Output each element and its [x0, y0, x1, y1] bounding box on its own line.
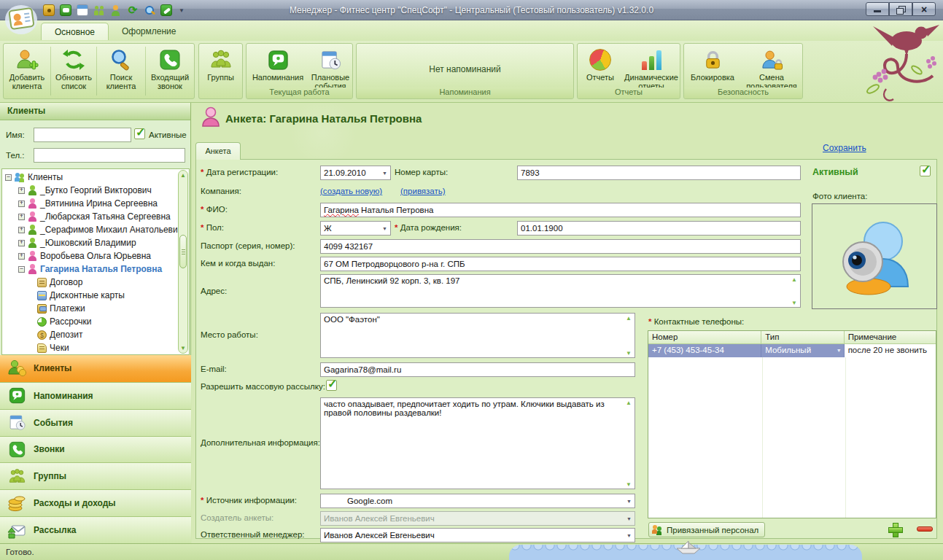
- mass-mailing-checkbox[interactable]: [326, 380, 337, 391]
- scroll-up-icon[interactable]: ▲: [790, 276, 799, 283]
- expand-icon[interactable]: [18, 227, 25, 233]
- phone-note-cell[interactable]: после 20 не звонить: [845, 344, 936, 357]
- phone-number-cell[interactable]: +7 (453) 453-45-34: [648, 344, 761, 357]
- tree-scrollbar[interactable]: ▲ ▼: [178, 170, 188, 354]
- email-input[interactable]: [320, 362, 635, 377]
- phone-type-cell[interactable]: Мобильный▼: [761, 344, 844, 357]
- reg-date-combo[interactable]: 21.09.2010: [320, 166, 391, 180]
- reminders-icon: [267, 47, 290, 72]
- ribbon-group-clients: Добавить клиента Обновить список: [3, 43, 195, 99]
- tree-subitem-payments[interactable]: Платежи: [5, 302, 177, 315]
- company-create-link[interactable]: (создать новую): [320, 187, 382, 195]
- tab-main[interactable]: Основное: [41, 23, 109, 40]
- webcam-person-icon: [831, 217, 918, 297]
- company-attach-link[interactable]: (привязать): [400, 187, 446, 195]
- refresh-list-button[interactable]: Обновить список: [51, 44, 96, 98]
- creator-label: Создатель анкеты:: [201, 513, 273, 522]
- status-bar: Готово.: [0, 543, 943, 560]
- tree-client[interactable]: _Вятинина Ирина Сергеевна: [5, 197, 177, 210]
- expand-icon[interactable]: [18, 240, 25, 246]
- birth-date-input[interactable]: [517, 221, 801, 236]
- scroll-up-icon[interactable]: ▲: [179, 172, 187, 179]
- address-textarea[interactable]: СПБ, Ленинский 92 корп. 3, кв. 197: [320, 274, 801, 308]
- save-link[interactable]: Сохранить: [823, 143, 866, 153]
- tree-subitem-contract[interactable]: Договор: [5, 276, 177, 289]
- sidebar-item-mailing[interactable]: Рассылка: [0, 516, 191, 543]
- tree-subitem-receipts[interactable]: Чеки: [5, 341, 177, 354]
- tree-client[interactable]: _Бутко Георгий Викторович: [5, 184, 177, 197]
- client-photo-placeholder[interactable]: [812, 203, 937, 309]
- tree-client[interactable]: _Любарская Татьяна Сергеевна: [5, 210, 177, 223]
- info-source-combo[interactable]: Google.com: [320, 494, 635, 508]
- col-note[interactable]: Примечание: [845, 331, 936, 344]
- manager-combo[interactable]: Иванов Алексей Евгеньевич: [320, 528, 635, 542]
- name-filter-input[interactable]: [34, 128, 131, 142]
- active-flag-checkbox[interactable]: [920, 166, 931, 176]
- restore-button[interactable]: [889, 2, 912, 16]
- scroll-down-icon[interactable]: ▼: [624, 350, 633, 357]
- info-source-label: Источник информации:: [201, 496, 297, 505]
- add-phone-button[interactable]: [888, 522, 902, 537]
- tree-client-selected[interactable]: Гагарина Наталья Петровна: [5, 262, 177, 276]
- active-filter-checkbox[interactable]: [134, 128, 145, 139]
- add-client-button[interactable]: Добавить клиента: [4, 44, 50, 98]
- sidebar-panel-header: Клиенты: [0, 103, 190, 120]
- sidebar-item-finance[interactable]: Расходы и доходы: [0, 489, 191, 516]
- sidebar-item-clients[interactable]: Клиенты: [0, 355, 191, 382]
- payments-icon: [37, 304, 47, 314]
- tree-subitem-deposit[interactable]: Депозит: [5, 328, 177, 341]
- scroll-up-icon[interactable]: ▲: [624, 400, 633, 406]
- remove-phone-button[interactable]: [917, 526, 933, 532]
- company-label: Компания:: [201, 187, 241, 195]
- dropdown-icon[interactable]: ▼: [837, 348, 842, 353]
- tree-client[interactable]: Воробьева Ольга Юрьевна: [5, 249, 177, 262]
- creator-combo[interactable]: Иванов Алексей Евгеньевич: [320, 511, 635, 526]
- gender-combo[interactable]: Ж: [320, 221, 391, 236]
- table-row[interactable]: +7 (453) 453-45-34 Мобильный▼ после 20 н…: [648, 344, 936, 357]
- tree-subitem-installments[interactable]: Рассрочки: [5, 315, 177, 328]
- linked-staff-button[interactable]: Привязанный персонал: [648, 522, 765, 537]
- sidebar: Клиенты Имя: Активные Тел.: Клиенты: [0, 103, 191, 543]
- group-label-reminders: Напоминания: [357, 88, 573, 98]
- sidebar-item-calls[interactable]: Звонки: [0, 436, 191, 463]
- close-button[interactable]: ×: [912, 2, 936, 16]
- scroll-down-icon[interactable]: ▼: [624, 481, 633, 488]
- tree-client[interactable]: _Юшковский Владимир: [5, 236, 177, 249]
- tab-appearance[interactable]: Оформление: [109, 23, 189, 40]
- sidebar-item-groups[interactable]: Группы: [0, 462, 191, 489]
- sidebar-nav: Клиенты Напоминания: [0, 355, 191, 543]
- incoming-call-button[interactable]: Входящий звонок: [146, 44, 194, 98]
- groups-button[interactable]: Группы: [199, 44, 242, 98]
- workplace-textarea[interactable]: ООО "Фаэтон": [320, 313, 635, 358]
- tree-subitem-discount-cards[interactable]: Дисконтные карты: [5, 289, 177, 302]
- tab-anketa[interactable]: Анкета: [195, 142, 241, 160]
- expand-icon[interactable]: [18, 253, 25, 260]
- search-client-button[interactable]: Поиск клиента: [97, 44, 145, 98]
- sidebar-item-events[interactable]: События: [0, 409, 191, 436]
- minimize-button[interactable]: [866, 2, 889, 16]
- tree-client[interactable]: _Серафимов Михаил Анатольевич: [5, 223, 177, 236]
- sidebar-item-reminders[interactable]: Напоминания: [0, 382, 191, 409]
- phone-filter-input[interactable]: [34, 148, 185, 163]
- expand-icon[interactable]: [18, 201, 25, 207]
- collapse-icon[interactable]: [18, 266, 25, 273]
- collapse-icon[interactable]: [5, 174, 12, 181]
- scrollbar-thumb[interactable]: [179, 235, 187, 268]
- card-number-input[interactable]: [517, 166, 801, 180]
- scroll-down-icon[interactable]: ▼: [790, 300, 799, 306]
- phones-table-empty-area[interactable]: [648, 357, 936, 518]
- col-number[interactable]: Номер: [648, 331, 761, 344]
- scroll-up-icon[interactable]: ▲: [624, 315, 633, 322]
- expand-icon[interactable]: [18, 187, 25, 194]
- fio-input[interactable]: Гагарина Наталья Петровна: [320, 203, 801, 217]
- extra-info-textarea[interactable]: часто опаздывает, предпочитает ходить по…: [320, 397, 635, 489]
- lock-icon: [702, 47, 724, 72]
- col-type[interactable]: Тип: [761, 331, 844, 344]
- passport-input[interactable]: [320, 239, 801, 254]
- issued-by-input[interactable]: [320, 257, 801, 271]
- app-logo-icon[interactable]: [4, 2, 38, 36]
- tree-root[interactable]: Клиенты: [5, 171, 177, 184]
- expand-icon[interactable]: [18, 214, 25, 220]
- search-client-label: Поиск клиента: [97, 73, 145, 91]
- scroll-down-icon[interactable]: ▼: [179, 345, 187, 351]
